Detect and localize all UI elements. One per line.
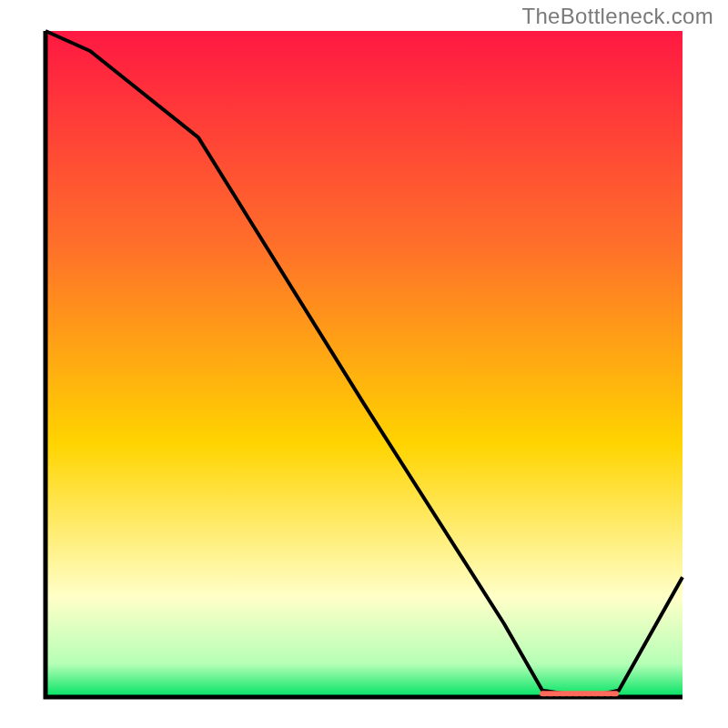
bottleneck-chart	[0, 0, 728, 728]
plot-area	[46, 31, 682, 697]
gradient-background	[46, 31, 682, 697]
chart-container: { "attribution": "TheBottleneck.com", "c…	[0, 0, 728, 728]
attribution-text: TheBottleneck.com	[521, 4, 713, 29]
